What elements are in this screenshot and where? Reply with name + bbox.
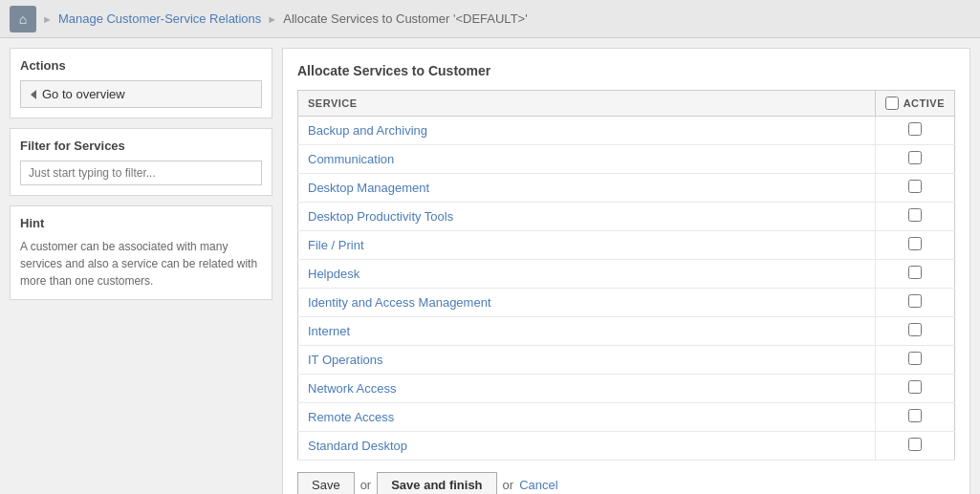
table-row: Desktop Productivity Tools	[298, 203, 955, 231]
service-name-cell[interactable]: File / Print	[298, 231, 876, 260]
table-row: File / Print	[298, 231, 955, 260]
table-row: Helpdesk	[298, 260, 955, 289]
main-layout: Actions Go to overview Filter for Servic…	[0, 38, 980, 494]
hint-section: Hint A customer can be associated with m…	[10, 205, 272, 300]
table-row: Network Access	[298, 375, 955, 403]
arrow-left-icon	[31, 90, 36, 99]
service-checkbox-cell	[875, 145, 954, 174]
table-row: Backup and Archiving	[298, 117, 955, 145]
save-and-finish-button[interactable]: Save and finish	[377, 472, 496, 494]
service-checkbox[interactable]	[908, 180, 922, 193]
home-button[interactable]: ⌂	[10, 6, 36, 32]
service-checkbox[interactable]	[908, 409, 922, 422]
table-row: Identity and Access Management	[298, 289, 955, 317]
active-col-label: ACTIVE	[904, 97, 945, 109]
service-checkbox-cell	[875, 317, 954, 346]
go-overview-label: Go to overview	[42, 87, 125, 101]
table-row: IT Operations	[298, 346, 955, 375]
main-panel: Allocate Services to Customer SERVICE AC…	[282, 48, 970, 494]
service-checkbox-cell	[875, 260, 954, 289]
service-checkbox[interactable]	[908, 380, 922, 394]
table-row: Remote Access	[298, 403, 955, 432]
service-name-cell[interactable]: Standard Desktop	[298, 432, 876, 461]
go-to-overview-button[interactable]: Go to overview	[20, 80, 262, 108]
services-table: SERVICE ACTIVE Backup and ArchivingCommu…	[297, 90, 955, 461]
breadcrumb-manage[interactable]: Manage Customer-Service Relations	[58, 11, 261, 26]
service-checkbox[interactable]	[908, 266, 922, 279]
service-checkbox[interactable]	[908, 237, 922, 250]
breadcrumb-allocate: Allocate Services to Customer '<DEFAULT>…	[283, 11, 527, 26]
col-service-header: SERVICE	[298, 91, 876, 117]
service-name-cell[interactable]: Network Access	[298, 375, 876, 403]
filter-section: Filter for Services	[10, 128, 272, 196]
hint-title: Hint	[20, 216, 262, 230]
or-text-1: or	[360, 478, 372, 492]
breadcrumb: ⌂ ► Manage Customer-Service Relations ► …	[0, 0, 980, 38]
panel-title: Allocate Services to Customer	[297, 63, 955, 78]
service-checkbox-cell	[875, 403, 954, 432]
service-checkbox-cell	[875, 375, 954, 403]
service-checkbox[interactable]	[908, 151, 922, 164]
table-row: Communication	[298, 145, 955, 174]
hint-text: A customer can be associated with many s…	[20, 238, 262, 290]
service-checkbox[interactable]	[908, 294, 922, 308]
breadcrumb-arrow-2: ►	[267, 13, 277, 25]
actions-title: Actions	[20, 58, 262, 73]
home-icon: ⌂	[19, 11, 27, 27]
service-checkbox-cell	[875, 289, 954, 317]
select-all-checkbox[interactable]	[885, 97, 899, 110]
service-checkbox-cell	[875, 203, 954, 231]
actions-section: Actions Go to overview	[10, 48, 272, 118]
service-checkbox-cell	[875, 174, 954, 203]
filter-title: Filter for Services	[20, 139, 262, 153]
service-checkbox-cell	[875, 432, 954, 461]
service-name-cell[interactable]: IT Operations	[298, 346, 876, 375]
filter-input[interactable]	[20, 161, 262, 185]
service-name-cell[interactable]: Communication	[298, 145, 876, 174]
service-checkbox-cell	[875, 231, 954, 260]
save-button[interactable]: Save	[297, 472, 355, 494]
service-name-cell[interactable]: Internet	[298, 317, 876, 346]
table-row: Standard Desktop	[298, 432, 955, 461]
service-name-cell[interactable]: Identity and Access Management	[298, 289, 876, 317]
service-name-cell[interactable]: Remote Access	[298, 403, 876, 432]
service-name-cell[interactable]: Helpdesk	[298, 260, 876, 289]
service-checkbox[interactable]	[908, 323, 922, 336]
service-name-cell[interactable]: Backup and Archiving	[298, 117, 876, 145]
service-checkbox[interactable]	[908, 122, 922, 136]
cancel-button[interactable]: Cancel	[519, 478, 557, 492]
service-name-cell[interactable]: Desktop Productivity Tools	[298, 203, 876, 231]
service-checkbox-cell	[875, 117, 954, 145]
col-active-header: ACTIVE	[875, 91, 954, 117]
service-name-cell[interactable]: Desktop Management	[298, 174, 876, 203]
breadcrumb-arrow-1: ►	[42, 13, 53, 25]
action-buttons: Save or Save and finish or Cancel	[297, 472, 955, 494]
service-checkbox-cell	[875, 346, 954, 375]
table-row: Internet	[298, 317, 955, 346]
service-checkbox[interactable]	[908, 438, 922, 451]
service-checkbox[interactable]	[908, 208, 922, 222]
service-checkbox[interactable]	[908, 352, 922, 365]
table-row: Desktop Management	[298, 174, 955, 203]
or-text-2: or	[503, 478, 514, 492]
sidebar: Actions Go to overview Filter for Servic…	[10, 48, 272, 494]
